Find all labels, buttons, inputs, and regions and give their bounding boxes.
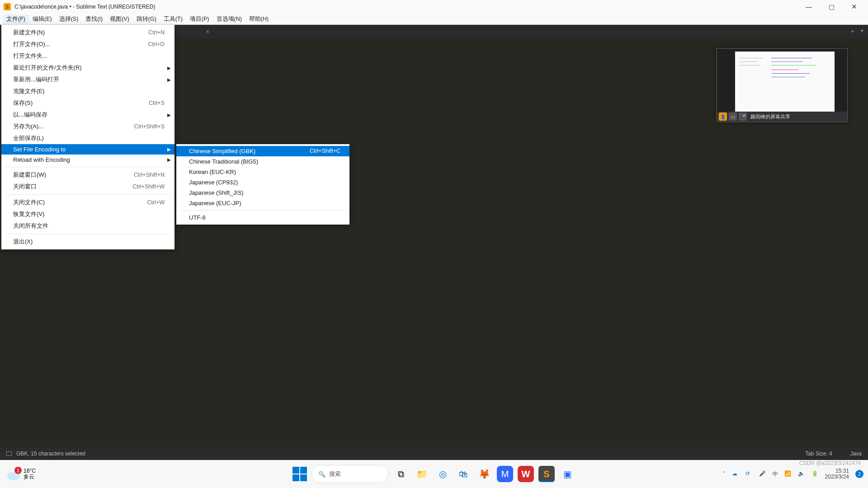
enc-euckr[interactable]: Korean (EUC-KR) [176, 167, 349, 177]
store-icon[interactable]: 🛍 [455, 466, 472, 482]
window-title: C:\javacode\once.java • - Sublime Text (… [14, 4, 155, 10]
explorer-icon[interactable]: 📁 [414, 466, 430, 482]
file-set-encoding[interactable]: Set File Encoding to▶ [1, 144, 175, 155]
minimize-button[interactable]: — [798, 0, 819, 14]
menu-goto[interactable]: 跳转(G) [133, 14, 160, 24]
watermark-text: CSDN @a2023/3/242474 [799, 460, 861, 466]
close-button[interactable]: ✕ [844, 0, 864, 14]
file-save[interactable]: 保存(S)Ctrl+S [1, 97, 175, 109]
new-tab-button[interactable]: + [851, 28, 854, 35]
sync-icon[interactable]: ⟳ [745, 470, 753, 478]
enc-cp932[interactable]: Japanese (CP932) [176, 177, 349, 188]
maximize-button[interactable]: ▢ [821, 0, 842, 14]
file-open-folder[interactable]: 打开文件夹... [1, 50, 175, 62]
file-save-as[interactable]: 另存为(A)...Ctrl+Shift+S [1, 121, 175, 132]
windows-taskbar: 1 16°C 多云 🔍 搜索 ⧉ 📁 ◎ 🛍 🦊 M W S ▣ ˄ ☁ ⟳ 🎤… [0, 460, 868, 488]
file-new[interactable]: 新建文件(N)Ctrl+N [1, 27, 175, 38]
file-save-all[interactable]: 全部保存(L) [1, 132, 175, 144]
file-reopen-encoding[interactable]: 重新用...编码打开▶ [1, 74, 175, 85]
enc-utf8[interactable]: UTF-8 [176, 212, 349, 223]
sidebar-toggle-icon[interactable] [6, 451, 12, 456]
enc-big5[interactable]: Chinese Traditional (BIG5) [176, 156, 349, 167]
wifi-icon[interactable]: 📶 [784, 470, 792, 478]
menu-select[interactable]: 选择(S) [56, 14, 82, 24]
status-encoding[interactable]: GBK, 15 characters selected [16, 450, 85, 457]
menu-preferences[interactable]: 首选项(N) [213, 14, 245, 24]
weather-desc: 多云 [24, 474, 36, 480]
menu-edit[interactable]: 编辑(E) [29, 14, 56, 24]
mic-tray-icon[interactable]: 🎤 [759, 470, 766, 478]
file-recent[interactable]: 最近打开的文件/文件夹(R)▶ [1, 62, 175, 74]
app-blue-icon[interactable]: ▣ [559, 466, 576, 482]
wps-icon[interactable]: W [518, 466, 534, 482]
separator [5, 194, 171, 195]
file-exit[interactable]: 退出(X) [1, 236, 175, 248]
firefox-icon[interactable]: 🦊 [476, 466, 492, 482]
file-clone[interactable]: 克隆文件(E) [1, 85, 175, 97]
app-icon: S [4, 3, 11, 10]
volume-icon[interactable]: 🔈 [798, 470, 805, 478]
status-bar: GBK, 15 characters selected Tab Size: 4 … [0, 447, 868, 460]
enc-eucjp[interactable]: Japanese (EUC-JP) [176, 198, 349, 208]
status-tab-size[interactable]: Tab Size: 4 [805, 450, 832, 457]
onedrive-icon[interactable]: ☁ [732, 470, 739, 478]
separator [5, 234, 171, 234]
file-close-window[interactable]: 关闭窗口Ctrl+Shift+W [1, 181, 175, 192]
file-save-with-encoding[interactable]: 以...编码保存▶ [1, 109, 175, 121]
weather-widget[interactable]: 1 16°C 多云 [7, 468, 36, 480]
file-open[interactable]: 打开文件(O)...Ctrl+O [1, 38, 175, 50]
menu-file[interactable]: 文件(F) [3, 14, 29, 24]
title-bar: S C:\javacode\once.java • - Sublime Text… [0, 0, 868, 14]
separator [180, 210, 346, 211]
search-placeholder: 搜索 [329, 470, 341, 478]
enc-gbk[interactable]: Chinese Simplified (GBK)Ctrl+Shift+C [176, 146, 349, 156]
file-menu-dropdown: 新建文件(N)Ctrl+N 打开文件(O)...Ctrl+O 打开文件夹... … [1, 25, 175, 249]
notification-badge[interactable]: 2 [855, 470, 863, 478]
share-user-icon: 👤 [719, 113, 727, 121]
encoding-submenu: Chinese Simplified (GBK)Ctrl+Shift+C Chi… [176, 144, 349, 225]
thumbnail-preview [735, 52, 835, 113]
taskbar-clock[interactable]: 15:31 2023/3/24 [825, 468, 849, 480]
menu-tools[interactable]: 工具(T) [160, 14, 186, 24]
file-reload-encoding[interactable]: Reload with Encoding▶ [1, 155, 175, 165]
file-close-file[interactable]: 关闭文件(C)Ctrl+W [1, 197, 175, 208]
menu-project[interactable]: 项目(P) [186, 14, 213, 24]
taskbar-search[interactable]: 🔍 搜索 [311, 465, 388, 483]
menu-bar: 文件(F) 编辑(E) 选择(S) 查找(I) 视图(V) 跳转(G) 工具(T… [0, 14, 868, 25]
sublime-icon[interactable]: S [538, 466, 555, 482]
tab-overflow-button[interactable]: ▾ [861, 28, 863, 34]
menu-help[interactable]: 帮助(H) [245, 14, 272, 24]
battery-icon[interactable]: 🔋 [811, 470, 819, 478]
share-label: 颜雨峰的屏幕共享 [750, 113, 790, 120]
menu-view[interactable]: 视图(V) [106, 14, 133, 24]
share-screen-icon: ▭ [729, 113, 737, 121]
menu-find[interactable]: 查找(I) [82, 14, 106, 24]
ime-indicator[interactable]: 中 [773, 470, 778, 478]
meeting-icon[interactable]: M [497, 466, 513, 482]
edge-icon[interactable]: ◎ [434, 466, 451, 482]
enc-shiftjis[interactable]: Japanese (Shift_JIS) [176, 188, 349, 198]
start-button[interactable] [292, 467, 307, 481]
tray-chevron-icon[interactable]: ˄ [723, 471, 726, 477]
tab-close-icon[interactable]: × [206, 28, 209, 35]
file-new-window[interactable]: 新建窗口(W)Ctrl+Shift+N [1, 169, 175, 181]
file-close-all[interactable]: 关闭所有文件 [1, 220, 175, 232]
search-icon: 🔍 [318, 471, 326, 478]
file-revert[interactable]: 恢复文件(V) [1, 208, 175, 220]
status-language[interactable]: Java [850, 450, 862, 457]
separator [5, 167, 171, 167]
share-mic-icon: 🎤 [739, 113, 747, 121]
weather-icon: 1 [7, 468, 20, 480]
screenshare-thumbnail[interactable]: 👤 ▭ 🎤 颜雨峰的屏幕共享 [716, 48, 848, 122]
taskview-icon[interactable]: ⧉ [393, 466, 409, 482]
